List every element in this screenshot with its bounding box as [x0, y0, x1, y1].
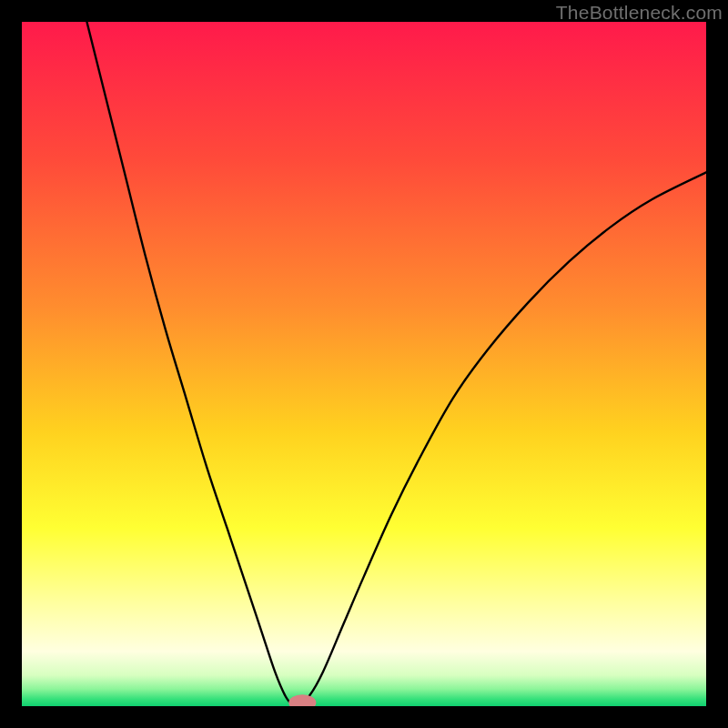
- chart-frame: [22, 22, 706, 706]
- gradient-background: [22, 22, 706, 706]
- chart-svg: [22, 22, 706, 706]
- watermark-text: TheBottleneck.com: [556, 2, 723, 24]
